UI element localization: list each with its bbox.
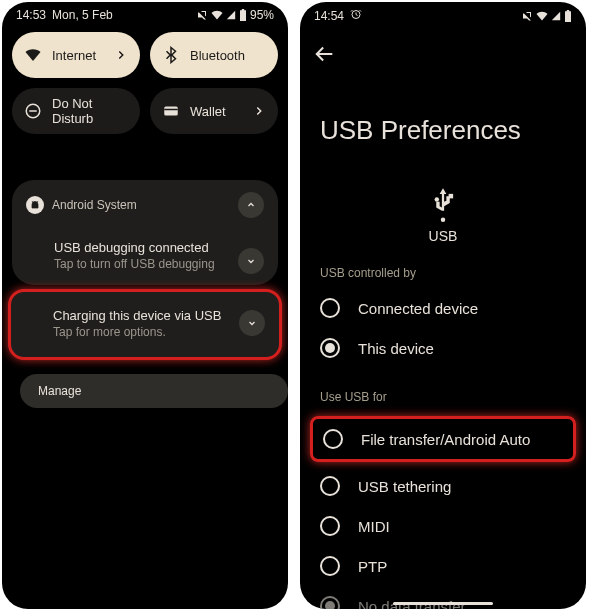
notification-subtitle: Tap to turn off USB debugging [54, 257, 264, 271]
radio-no-data-transfer[interactable]: No data transfer [300, 586, 586, 609]
status-icons [521, 10, 572, 22]
usb-icon [429, 186, 457, 222]
android-icon [26, 196, 44, 214]
notification-title: USB debugging connected [54, 240, 264, 255]
wallet-icon [162, 102, 180, 120]
notification-item[interactable]: USB debugging connected Tap to turn off … [12, 230, 278, 285]
status-icons: 95% [196, 8, 274, 22]
radio-label: Connected device [358, 300, 478, 317]
tile-label: Do Not Disturb [52, 96, 128, 126]
clock: 14:53 [16, 8, 46, 22]
svg-rect-6 [449, 194, 454, 199]
arrow-left-icon [314, 43, 336, 65]
notification-item-highlighted[interactable]: Charging this device via USB Tap for mor… [8, 289, 282, 360]
expand-icon[interactable] [238, 248, 264, 274]
section-controlled-by: USB controlled by [300, 244, 586, 288]
alarm-icon [350, 8, 362, 20]
radio-icon [320, 338, 340, 358]
page-title: USB Preferences [300, 79, 586, 186]
radio-ptp[interactable]: PTP [300, 546, 586, 586]
radio-icon [320, 556, 340, 576]
battery-percent: 95% [250, 8, 274, 22]
battery-icon [564, 10, 572, 22]
tile-dnd[interactable]: Do Not Disturb [12, 88, 140, 134]
notification-title: Charging this device via USB [53, 308, 265, 323]
mute-icon [521, 10, 533, 22]
chevron-right-icon [252, 104, 266, 118]
notification-shade-screen: 14:53 Mon, 5 Feb 95% Internet Bluetooth … [2, 2, 288, 609]
clock: 14:54 [314, 9, 344, 23]
tile-label: Bluetooth [190, 48, 266, 63]
radio-icon [320, 516, 340, 536]
mute-icon [196, 9, 208, 21]
usb-label: USB [429, 228, 458, 244]
signal-icon [551, 10, 561, 22]
radio-icon [323, 429, 343, 449]
svg-point-5 [435, 197, 440, 202]
wifi-icon [536, 10, 548, 22]
signal-icon [226, 9, 236, 21]
radio-icon [320, 298, 340, 318]
radio-label: This device [358, 340, 434, 357]
radio-file-transfer-highlighted[interactable]: File transfer/Android Auto [310, 416, 576, 462]
notification-group: Android System USB debugging connected T… [12, 180, 278, 285]
back-button[interactable] [300, 27, 586, 79]
radio-this-device[interactable]: This device [300, 328, 586, 368]
radio-icon [320, 596, 340, 609]
radio-connected-device[interactable]: Connected device [300, 288, 586, 328]
manage-button[interactable]: Manage [20, 374, 288, 408]
radio-usb-tethering[interactable]: USB tethering [300, 466, 586, 506]
svg-rect-2 [164, 107, 178, 116]
usb-header-icon: USB [300, 186, 586, 244]
radio-midi[interactable]: MIDI [300, 506, 586, 546]
tile-label: Internet [52, 48, 104, 63]
quick-settings: Internet Bluetooth Do Not Disturb Wallet [2, 26, 288, 140]
notification-subtitle: Tap for more options. [53, 325, 265, 339]
radio-label: File transfer/Android Auto [361, 431, 530, 448]
battery-icon [239, 9, 247, 21]
tile-internet[interactable]: Internet [12, 32, 140, 78]
radio-label: USB tethering [358, 478, 451, 495]
notification-app-name: Android System [52, 198, 137, 212]
wifi-icon [24, 46, 42, 64]
status-bar: 14:54 [300, 2, 586, 27]
radio-label: MIDI [358, 518, 390, 535]
tile-bluetooth[interactable]: Bluetooth [150, 32, 278, 78]
date: Mon, 5 Feb [52, 8, 113, 22]
tile-label: Wallet [190, 104, 242, 119]
radio-label: PTP [358, 558, 387, 575]
svg-rect-3 [164, 109, 178, 111]
expand-icon[interactable] [239, 310, 265, 336]
usb-preferences-screen: 14:54 USB Preferences USB USB controlled… [300, 2, 586, 609]
wifi-icon [211, 9, 223, 21]
status-bar: 14:53 Mon, 5 Feb 95% [2, 2, 288, 26]
section-use-usb-for: Use USB for [300, 368, 586, 412]
chevron-right-icon [114, 48, 128, 62]
bluetooth-icon [162, 46, 180, 64]
dnd-icon [24, 102, 42, 120]
notification-header[interactable]: Android System [12, 180, 278, 230]
radio-icon [320, 476, 340, 496]
collapse-icon[interactable] [238, 192, 264, 218]
tile-wallet[interactable]: Wallet [150, 88, 278, 134]
nav-handle[interactable] [393, 602, 493, 605]
